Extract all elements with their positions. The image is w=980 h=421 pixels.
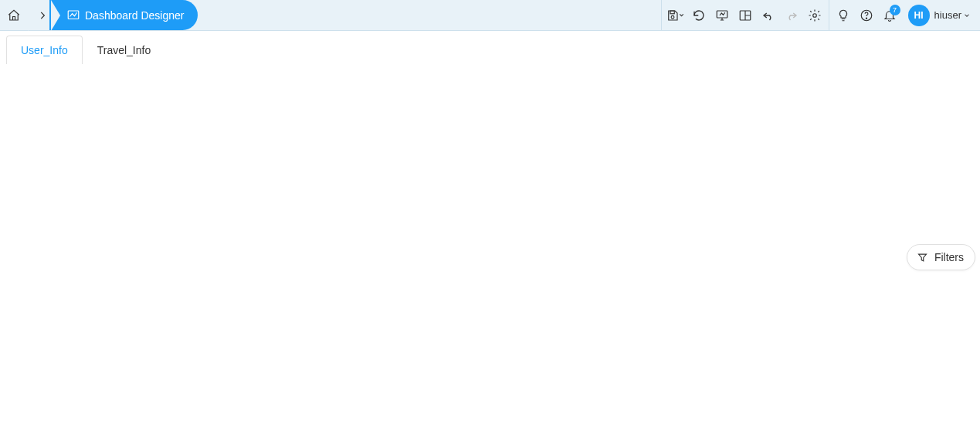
chevron-down-icon — [963, 12, 971, 19]
tab-label: Travel_Info — [97, 44, 151, 56]
tab-label: User_Info — [21, 44, 68, 56]
undo-button[interactable] — [758, 5, 779, 26]
chevron-down-icon — [678, 12, 685, 19]
save-button[interactable] — [665, 5, 687, 26]
refresh-button[interactable] — [688, 5, 710, 26]
tab-travel-info[interactable]: Travel_Info — [83, 36, 166, 64]
notifications-badge: 7 — [890, 5, 900, 15]
tabs-row: User_Info Travel_Info — [0, 31, 980, 64]
breadcrumb-home[interactable] — [0, 0, 28, 30]
tab-user-info[interactable]: User_Info — [6, 36, 83, 64]
breadcrumb-current-label: Dashboard Designer — [85, 9, 184, 22]
undo-icon — [761, 8, 775, 22]
filters-button[interactable]: Filters — [907, 244, 975, 270]
refresh-icon — [692, 8, 706, 22]
lightbulb-icon — [836, 8, 850, 22]
svg-rect-1 — [670, 11, 674, 14]
gear-icon — [808, 8, 822, 22]
toolbar-group-actions — [661, 0, 829, 30]
help-button[interactable] — [856, 5, 877, 26]
username-label: hiuser — [934, 9, 971, 21]
help-icon — [860, 8, 873, 22]
breadcrumb-current[interactable]: Dashboard Designer — [49, 0, 198, 30]
username-text: hiuser — [934, 9, 961, 21]
notifications-button[interactable]: 7 — [879, 5, 900, 26]
redo-button[interactable] — [781, 5, 802, 26]
avatar: HI — [908, 5, 930, 26]
settings-button[interactable] — [804, 5, 826, 26]
toolbar-group-help: 7 — [829, 0, 904, 30]
panels-button[interactable] — [734, 5, 756, 26]
user-menu[interactable]: HI hiuser — [904, 5, 980, 26]
panels-icon — [738, 8, 752, 22]
filter-icon — [917, 252, 928, 263]
svg-point-7 — [866, 18, 866, 19]
redo-icon — [785, 8, 799, 22]
dashboard-icon — [66, 8, 80, 22]
presentation-icon — [715, 8, 729, 22]
svg-point-5 — [812, 13, 816, 17]
home-icon — [7, 8, 21, 22]
svg-point-2 — [671, 15, 674, 19]
top-header: Dashboard Designer — [0, 0, 980, 31]
chevron-right-icon — [37, 10, 48, 21]
idea-button[interactable] — [832, 5, 854, 26]
breadcrumb: Dashboard Designer — [0, 0, 198, 30]
presentation-button[interactable] — [711, 5, 733, 26]
filters-label: Filters — [934, 251, 964, 263]
